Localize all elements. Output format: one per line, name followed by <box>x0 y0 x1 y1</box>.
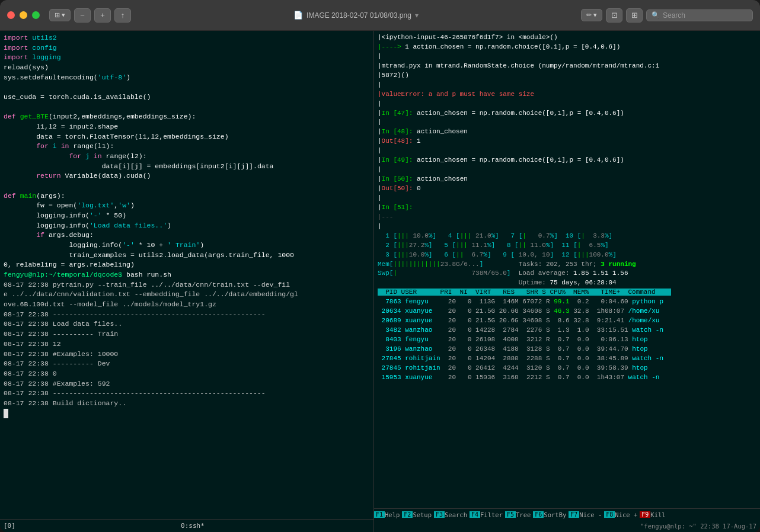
content-area: import utils2 import config import loggi… <box>0 31 760 532</box>
left-pane: import utils2 import config import loggi… <box>0 31 373 532</box>
rotate-button[interactable]: ⊞ <box>626 8 643 23</box>
f2-label: Setup <box>413 511 432 518</box>
left-terminal[interactable]: import utils2 import config import loggi… <box>0 31 373 519</box>
search-box[interactable]: 🔍 <box>646 9 753 21</box>
f4-key[interactable]: F4 <box>470 511 480 518</box>
maximize-button[interactable] <box>32 11 40 19</box>
titlebar: ⊞ ▾ − + ↑ 📄 IMAGE 2018-02-07 01/08/03.pn… <box>0 0 760 31</box>
minimize-button[interactable] <box>20 11 27 19</box>
session-id: [0] <box>4 522 15 530</box>
f6-key[interactable]: F6 <box>533 511 544 518</box>
right-terminal[interactable]: |<ipython-input-46-265876f6d1f7> in <mod… <box>374 31 760 508</box>
title-center: 📄 IMAGE 2018-02-07 01/08/03.png ▾ <box>131 11 581 20</box>
f8-label: Nice + <box>615 511 637 518</box>
export-button[interactable]: ⊡ <box>606 8 622 23</box>
f9-key[interactable]: F9 <box>640 511 650 518</box>
nav-icon: ⊞ <box>55 11 60 19</box>
f2-key[interactable]: F2 <box>402 511 413 518</box>
nav-button[interactable]: ⊞ ▾ <box>49 9 71 21</box>
f6-label: SortBy <box>544 511 566 518</box>
f9-label: Kill <box>650 511 665 518</box>
zoom-out-button[interactable]: − <box>74 8 91 23</box>
zoom-out-icon: − <box>80 11 85 20</box>
title-arrow: ▾ <box>415 11 419 20</box>
toolbar-left: ⊞ ▾ − + ↑ <box>49 8 131 23</box>
f7-label: Nice - <box>579 511 602 518</box>
toolbar-right: ✏ ▾ ⊡ ⊞ 🔍 <box>581 8 753 23</box>
share-icon: ↑ <box>121 11 125 20</box>
main-window: ⊞ ▾ − + ↑ 📄 IMAGE 2018-02-07 01/08/03.pn… <box>0 0 760 532</box>
window-title: IMAGE 2018-02-07 01/08/03.png <box>306 11 411 20</box>
file-icon: 📄 <box>293 11 303 20</box>
right-status-bottom: "fengyu@nlp: ~" 22:38 17-Aug-17 <box>374 521 760 533</box>
export-icon: ⊡ <box>611 11 618 20</box>
left-statusbar: [0] 0:ssh* <box>0 519 373 532</box>
right-session-info: "fengyu@nlp: ~" 22:38 17-Aug-17 <box>640 523 756 530</box>
f7-key[interactable]: F7 <box>569 511 579 518</box>
zoom-in-icon: + <box>100 11 105 20</box>
f1-label: Help <box>385 511 400 518</box>
session-name: 0:ssh* <box>15 522 370 530</box>
traffic-lights <box>7 11 40 19</box>
htop-function-keys: F1Help F2Setup F3SearchF4FilterF5Tree F6… <box>374 509 760 521</box>
zoom-in-button[interactable]: + <box>94 8 111 23</box>
f3-label: Search <box>445 511 467 518</box>
f4-label: Filter <box>480 511 503 518</box>
nav-arrow: ▾ <box>62 11 65 19</box>
right-pane: |<ipython-input-46-265876f6d1f7> in <mod… <box>373 31 760 532</box>
edit-arrow: ▾ <box>593 11 597 19</box>
edit-button[interactable]: ✏ ▾ <box>581 9 602 21</box>
f5-label: Tree <box>516 511 531 518</box>
edit-icon: ✏ <box>586 11 592 19</box>
search-icon: 🔍 <box>652 11 660 19</box>
f1-key[interactable]: F1 <box>374 511 385 518</box>
search-input[interactable] <box>663 11 746 20</box>
f5-key[interactable]: F5 <box>505 511 516 518</box>
f8-key[interactable]: F8 <box>604 511 615 518</box>
rotate-icon: ⊞ <box>631 11 638 20</box>
f3-key[interactable]: F3 <box>434 511 445 518</box>
right-htop-footer: F1Help F2Setup F3SearchF4FilterF5Tree F6… <box>374 508 760 532</box>
close-button[interactable] <box>7 11 15 19</box>
share-button[interactable]: ↑ <box>114 8 131 23</box>
